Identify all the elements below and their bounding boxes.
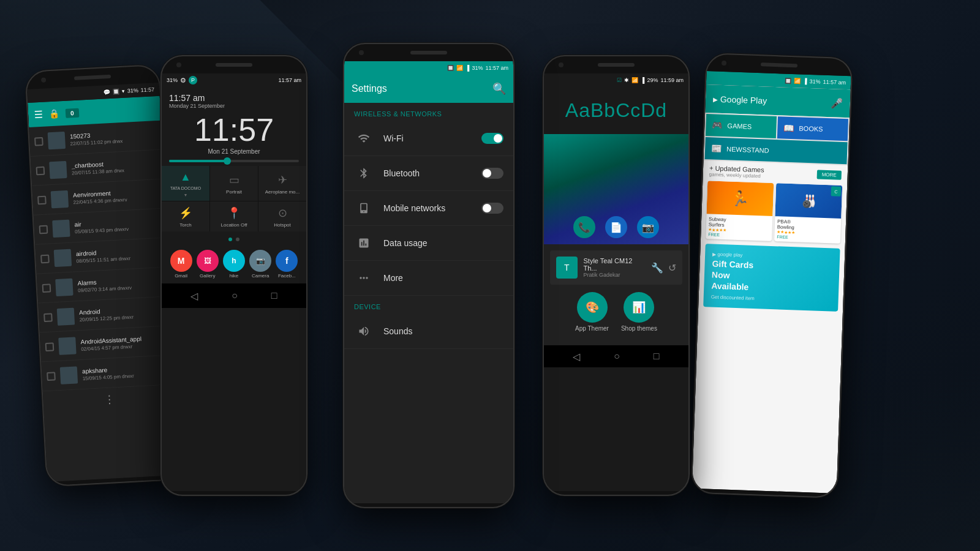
play-tab-books[interactable]: 📖 BOOKS — [777, 116, 848, 141]
settings-search-icon[interactable]: 🔍 — [492, 82, 506, 96]
app-themer-button[interactable]: 🎨 App Themer — [575, 292, 609, 332]
qt-item-aeroplane[interactable]: ✈ Aeroplane mo... — [258, 166, 306, 201]
file-checkbox[interactable] — [40, 254, 50, 263]
phone-app-icon[interactable]: 📞 — [573, 216, 595, 238]
gmail-icon: M — [170, 250, 192, 272]
phone3-wifi-icon: 📶 — [456, 65, 463, 71]
settings-item-mobile-networks[interactable]: Mobile networks — [344, 191, 513, 226]
folder-icon — [57, 307, 75, 325]
settings-label-sounds: Sounds — [383, 326, 503, 336]
settings-item-data-usage[interactable]: Data usage — [344, 226, 513, 261]
shop-themes-button[interactable]: 📊 Shop themes — [621, 292, 657, 332]
file-checkbox[interactable] — [42, 283, 51, 293]
bluetooth-toggle[interactable] — [481, 168, 503, 179]
docs-app-icon[interactable]: 📄 — [605, 216, 627, 238]
camera-app-icon[interactable]: 📷 — [637, 216, 659, 238]
phone5-camera — [722, 61, 726, 66]
game-card-pba-bowling[interactable]: 🎳 C PBA® Bowling ★★★★★ FREE — [774, 183, 842, 244]
qt-label-location: Location Off — [221, 222, 247, 228]
dock-icons: 📞 📄 📷 — [573, 216, 659, 238]
app-label-gallery: Gallery — [195, 273, 219, 279]
app-item-gallery[interactable]: 🖼 Gallery — [195, 250, 219, 279]
file-info: airdroid 08/05/15 11:51 am drwxr — [76, 246, 164, 263]
books-tab-label: BOOKS — [799, 124, 823, 132]
phone1-time: 11:57 — [140, 86, 154, 93]
font-sample: AaBbCcDd — [554, 99, 679, 122]
games-tab-icon: 🎮 — [712, 120, 723, 130]
file-checkbox[interactable] — [36, 166, 45, 175]
settings-label-bluetooth: Bluetooth — [383, 168, 481, 178]
phone3-signal-icon: ▐ — [466, 65, 469, 71]
phones-container: 💬 🔲 ▾ 31% 11:57 ☰ 🔒 0 150273 — [0, 0, 980, 551]
file-checkbox[interactable] — [34, 137, 43, 146]
shop-themes-icon: 📊 — [624, 292, 654, 323]
brightness-bar[interactable] — [169, 160, 299, 162]
app-label-facebook: Faceb... — [275, 273, 299, 279]
phone2-nav-bar: ◁ ○ □ — [162, 283, 306, 308]
phone1-camera — [41, 77, 46, 82]
file-info: 150273 22/07/15 11:02 pm drwx — [70, 129, 157, 146]
phone4-nav-bar: ◁ ○ □ — [544, 345, 688, 367]
app-item-gmail[interactable]: M Gmail — [169, 250, 193, 279]
nav-back-icon[interactable]: ◁ — [573, 351, 580, 362]
more-button[interactable]: MORE — [817, 170, 842, 179]
phone5-battery-pct: 31% — [809, 78, 820, 85]
play-store-title: ▶ Google Play — [713, 94, 767, 105]
app-item-camera[interactable]: 📷 Camera — [249, 250, 273, 279]
gift-cards-title: Gift CardsNowAvailable — [711, 258, 756, 293]
settings-title: Settings — [352, 83, 387, 94]
qt-item-location[interactable]: 📍 Location Off — [210, 201, 258, 231]
qt-item-torch[interactable]: ⚡ Torch — [162, 201, 209, 231]
phone3-status-bar: 🔲 📶 ▐ 31% 11:57 am — [344, 61, 513, 75]
folder-icon — [49, 160, 67, 178]
nav-back-icon[interactable]: ◁ — [190, 290, 198, 302]
qt-item-signal[interactable]: ▲ TATA DOCOMO ▼ — [162, 166, 209, 201]
nav-recent-icon[interactable]: □ — [654, 351, 660, 362]
settings-label-more: More — [383, 273, 503, 283]
play-search-icon[interactable]: 🎤 — [831, 97, 843, 110]
settings-item-more[interactable]: More — [344, 261, 513, 296]
game-card-subway-surfers[interactable]: 🏃 Subway Surfers ★★★★★ FREE — [706, 181, 774, 241]
app-item-hike[interactable]: h hike — [222, 250, 246, 279]
phone1-file-list: 150273 22/07/15 11:02 pm drwx _chartboos… — [29, 121, 175, 392]
file-checkbox[interactable] — [39, 225, 48, 234]
nav-home-icon[interactable]: ○ — [614, 351, 620, 362]
wallpaper-preview: 📞 📄 📷 — [544, 134, 688, 244]
folder-icon — [48, 131, 66, 149]
theme-refresh-icon[interactable]: ↺ — [668, 262, 676, 274]
settings-item-wifi[interactable]: Wi-Fi — [344, 121, 513, 156]
nav-home — [111, 484, 118, 485]
theme-settings-icon[interactable]: 🔧 — [651, 262, 663, 274]
file-checkbox[interactable] — [45, 342, 55, 351]
qt-item-hotspot[interactable]: ⊙ Hotspot — [258, 201, 306, 231]
app-item-facebook[interactable]: f Faceb... — [275, 250, 299, 279]
camera-icon: 📷 — [249, 250, 271, 272]
nav-recent-icon[interactable]: □ — [271, 290, 277, 301]
bluetooth-toggle-thumb — [483, 169, 491, 178]
file-checkbox[interactable] — [43, 313, 53, 322]
mobile-toggle[interactable] — [481, 203, 503, 214]
file-info: _chartboost 20/07/15 11:38 am drwx — [71, 158, 159, 176]
phone1-menu-icon[interactable]: ☰ — [34, 108, 43, 121]
file-checkbox[interactable] — [47, 372, 56, 381]
settings-item-bluetooth[interactable]: Bluetooth — [344, 156, 513, 191]
folder-icon — [58, 337, 76, 354]
phone2-bottom-bar — [162, 491, 306, 495]
wifi-toggle[interactable] — [481, 133, 503, 144]
nav-home-icon[interactable]: ○ — [232, 290, 238, 301]
play-tab-newsstand[interactable]: 📰 NEWSSTAND — [705, 137, 848, 164]
notif-apps: M Gmail 🖼 Gallery h hike — [162, 245, 306, 283]
file-info: Alarms 09/02/70 3:14 am drwxrv — [77, 275, 165, 293]
settings-item-sounds[interactable]: Sounds — [344, 314, 513, 349]
settings-toolbar: Settings 🔍 — [344, 75, 513, 103]
phone4-theme: ☑ ✱ 📶 ▐ 29% 11:59 am AaBbCcDd 📞 — [543, 55, 690, 496]
theme-author: Pratik Gadekar — [584, 272, 645, 278]
device-section-header: DEVICE — [344, 296, 513, 314]
location-icon: 📍 — [227, 206, 241, 220]
qt-item-portrait[interactable]: ▭ Portrait — [210, 166, 258, 201]
file-checkbox[interactable] — [37, 195, 47, 204]
play-tab-games[interactable]: 🎮 GAMES — [706, 114, 777, 138]
phone1-screen: ☰ 🔒 0 150273 22/07/15 11:02 pm drwx — [28, 96, 179, 482]
gift-cards-banner[interactable]: ▶ google play Gift CardsNowAvailable Get… — [703, 244, 840, 311]
phone4-top-bar — [544, 56, 688, 73]
